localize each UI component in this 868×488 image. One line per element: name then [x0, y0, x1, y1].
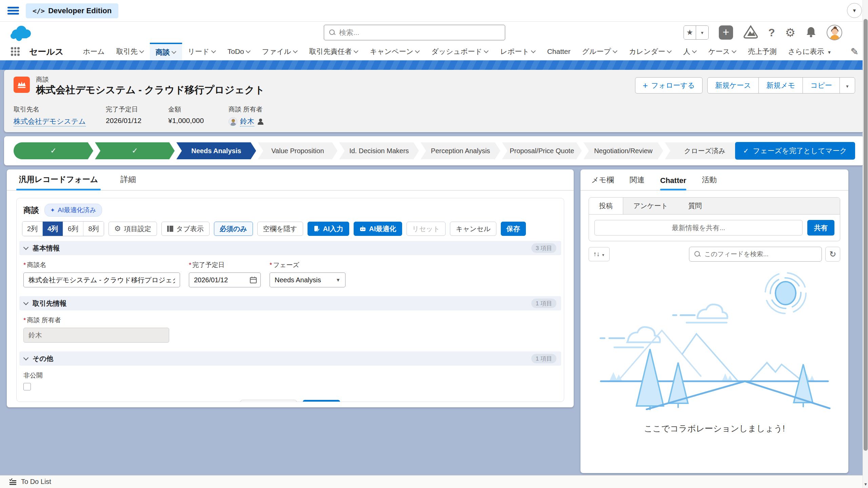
opportunity-name-input[interactable]	[23, 272, 180, 287]
path-stage-closed[interactable]: クローズ済み	[665, 142, 745, 159]
guidance-center-button[interactable]	[743, 25, 758, 40]
nav-tab-cases[interactable]: ケース	[703, 43, 742, 60]
help-icon[interactable]	[768, 26, 775, 39]
user-avatar[interactable]	[827, 25, 842, 40]
nav-tab-leads[interactable]: リード	[182, 43, 222, 60]
edit-nav-pencil-icon[interactable]	[851, 46, 859, 57]
cancel-button[interactable]: キャンセル	[240, 400, 296, 402]
toolbar-cancel-button[interactable]: キャンセル	[450, 222, 496, 236]
feed-sort-button[interactable]: ↑↓	[589, 247, 610, 261]
gear-icon	[114, 224, 121, 233]
nav-tab-opportunities[interactable]: 商談	[150, 43, 182, 60]
salesforce-logo[interactable]	[9, 24, 36, 43]
new-note-button[interactable]: 新規メモ	[759, 78, 803, 93]
path-stage-negotiation[interactable]: Negotiation/Review	[584, 142, 663, 159]
mark-stage-complete-button[interactable]: フェーズを完了としてマーク	[735, 142, 855, 160]
columns-6-button[interactable]: 6列	[63, 222, 83, 236]
developer-edition-bar: Developer Edition	[0, 0, 868, 22]
path-stage-1[interactable]	[14, 142, 93, 159]
share-update-input[interactable]	[594, 220, 803, 236]
collapse-header-button[interactable]	[847, 3, 862, 18]
toolbar-save-button[interactable]: 保存	[501, 222, 526, 236]
account-link[interactable]: 株式会社デモシステム	[14, 117, 86, 126]
path-stage-perception-analysis[interactable]: Perception Analysis	[421, 142, 500, 159]
nav-tab-more[interactable]: さらに表示	[782, 43, 837, 60]
nav-tab-contacts[interactable]: 取引先責任者	[303, 43, 364, 60]
nav-tab-dashboards[interactable]: ダッシュボード	[426, 43, 494, 60]
tab-details[interactable]: 詳細	[120, 174, 136, 190]
nav-tab-reports[interactable]: レポート	[494, 43, 541, 60]
favorites-button[interactable]	[684, 25, 709, 40]
private-checkbox[interactable]	[23, 383, 31, 390]
nav-tab-campaigns[interactable]: キャンペーン	[364, 43, 426, 60]
hide-empty-button[interactable]: 空欄を隠す	[257, 222, 303, 236]
nav-tab-people[interactable]: 人	[677, 43, 703, 60]
nav-tab-forecasts[interactable]: 売上予測	[742, 43, 782, 60]
columns-2-button[interactable]: 2列	[22, 222, 43, 236]
global-search-input[interactable]	[339, 28, 500, 37]
utility-bar: To Do List	[0, 475, 868, 488]
nav-tab-files[interactable]: ファイル	[256, 43, 303, 60]
field-settings-button[interactable]: 項目設定	[108, 222, 157, 236]
section-account-info[interactable]: 取引先情報 1 項目	[19, 296, 561, 310]
nav-tab-calendar[interactable]: カレンダー	[623, 43, 677, 60]
columns-8-button[interactable]: 8列	[83, 222, 104, 236]
section-other[interactable]: その他 1 項目	[19, 351, 561, 366]
tab-generic-record-form[interactable]: 汎用レコードフォーム	[19, 174, 98, 190]
app-launcher-icon[interactable]	[11, 47, 20, 56]
path-stage-value-proposition[interactable]: Value Proposition	[258, 142, 337, 159]
tab-activity[interactable]: 活動	[702, 175, 717, 190]
path-stage-2[interactable]	[95, 142, 175, 159]
owner-link[interactable]: 鈴木	[240, 117, 254, 126]
nav-tab-tasks[interactable]: ToDo	[222, 43, 256, 60]
todo-list-utility[interactable]: To Do List	[0, 475, 60, 488]
more-actions-button[interactable]	[840, 78, 855, 93]
required-only-button[interactable]: 必須のみ	[214, 222, 253, 236]
tab-notes[interactable]: メモ欄	[591, 175, 614, 190]
change-owner-icon[interactable]	[257, 118, 264, 125]
nav-tab-chatter[interactable]: Chatter	[541, 43, 576, 60]
chevron-down-icon	[246, 48, 251, 53]
ai-optimize-button[interactable]: AI最適化	[354, 222, 402, 236]
nav-tab-groups[interactable]: グループ	[576, 43, 623, 60]
feed-search-input[interactable]	[704, 250, 817, 258]
copy-button[interactable]: コピー	[803, 78, 840, 93]
feed-search[interactable]	[689, 247, 822, 262]
global-actions-button[interactable]	[719, 25, 733, 40]
refresh-feed-button[interactable]	[825, 247, 840, 262]
section-field-count-badge: 1 項目	[531, 354, 556, 363]
calendar-icon[interactable]	[249, 276, 257, 285]
path-stage-needs-analysis[interactable]: Needs Analysis	[176, 142, 256, 159]
global-search[interactable]	[324, 25, 505, 40]
chevron-down-icon	[23, 355, 29, 360]
tab-related[interactable]: 関連	[630, 175, 645, 190]
nav-tab-accounts[interactable]: 取引先	[111, 43, 150, 60]
follow-button[interactable]: フォローする	[635, 77, 703, 94]
columns-4-button[interactable]: 4列	[43, 222, 63, 236]
page-scrollbar[interactable]: ▼	[863, 0, 868, 488]
edition-badge: Developer Edition	[26, 3, 118, 18]
nav-tab-home[interactable]: ホーム	[77, 43, 111, 60]
bell-icon[interactable]	[806, 26, 816, 39]
path-stage-proposal[interactable]: Proposal/Price Quote	[502, 142, 582, 159]
gear-icon[interactable]	[785, 26, 795, 39]
reset-button[interactable]: リセット	[407, 222, 446, 236]
scrollbar-thumb[interactable]	[864, 19, 868, 451]
share-button[interactable]: 共有	[807, 220, 834, 236]
form-panel: 商談 AI最適化済み 2列 4列 6列 8列 項目設定 タブ表示 必須のみ 空	[16, 198, 564, 402]
tab-view-button[interactable]: タブ表示	[161, 222, 210, 236]
save-button[interactable]: 保存	[303, 400, 340, 402]
section-basic-info[interactable]: 基本情報 3 項目	[19, 241, 561, 255]
menu-icon[interactable]	[7, 7, 19, 15]
record-header: 商談 株式会社デモシステム - クラウド移行プロジェクト フォローする 新規ケー…	[4, 70, 864, 132]
publisher-tab-post[interactable]: 投稿	[589, 198, 623, 214]
ai-input-button[interactable]: AI入力	[308, 222, 349, 236]
new-case-button[interactable]: 新規ケース	[708, 78, 759, 93]
publisher-tab-question[interactable]: 質問	[678, 198, 712, 214]
chevron-down-icon	[732, 48, 736, 53]
scrollbar-down-arrow[interactable]: ▼	[863, 482, 868, 487]
publisher-tab-poll[interactable]: アンケート	[623, 198, 678, 214]
path-stage-decision-makers[interactable]: Id. Decision Makers	[339, 142, 419, 159]
stage-select[interactable]: Needs Analysis	[270, 272, 346, 287]
tab-chatter[interactable]: Chatter	[660, 176, 686, 190]
